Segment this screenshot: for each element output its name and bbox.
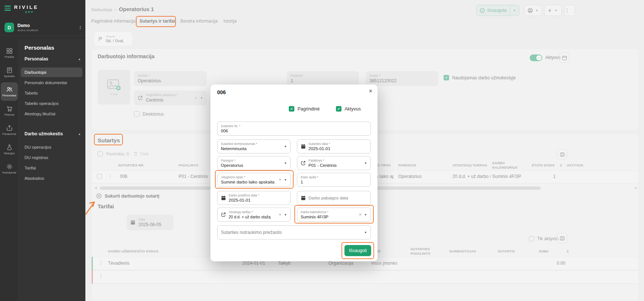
sidebar-item-atostogu-likuciai[interactable]: Atostogų likučiai <box>21 109 82 119</box>
chevron-down-icon[interactable]: ▼ <box>284 162 287 165</box>
rail-item-apskaita[interactable]: Apskaita <box>1 63 18 82</box>
cart-icon <box>6 106 13 112</box>
rail-item-pardavimai[interactable]: Pardavimai <box>1 121 18 139</box>
rail-item-atsargos[interactable]: Atsargos <box>1 140 18 159</box>
aktyvus-checkbox[interactable] <box>336 106 341 112</box>
modal-title: 006 <box>217 89 226 95</box>
chevron-up-icon: ▴ <box>79 132 80 136</box>
brand: RIVILE ERP <box>14 4 39 14</box>
terminuotumas-select[interactable]: Sutarties terminuotumas * Neterminuota ▼ <box>217 139 291 153</box>
modal-checkbox-row: Pagrindinė Aktyvus <box>210 106 361 112</box>
chevron-down-icon[interactable]: ▼ <box>284 145 287 148</box>
unfold-icon: ▴▾ <box>79 25 81 30</box>
clear-icon[interactable]: × <box>359 212 362 217</box>
clear-icon[interactable]: × <box>279 177 281 182</box>
external-link-icon <box>221 212 226 217</box>
user-switcher[interactable]: D Demo Aušra Juodienė ▴▾ <box>0 19 85 36</box>
box-out-icon <box>6 125 13 131</box>
darbo-pabaigos-data-field[interactable]: Darbo pabaigos data <box>297 191 371 205</box>
nutraukimo-priezastis-select[interactable]: Sutarties nutraukimo priežastis ▼ <box>217 225 371 239</box>
brand-sub: ERP <box>25 10 39 14</box>
aktyvus-checkbox-row[interactable]: Aktyvus <box>336 106 361 112</box>
sidebar-item-ataskaitos[interactable]: Ataskaitos <box>21 173 82 183</box>
chevron-down-icon[interactable]: ▼ <box>364 231 367 234</box>
grid-icon <box>6 48 13 54</box>
padalinys-select[interactable]: Padalinys * P01 - Centrinis ▼ <box>297 156 371 170</box>
etato-dydis-field[interactable]: Etato dydis * 1 <box>297 173 371 187</box>
nav-section-personalas[interactable]: Personalas ▴ <box>24 56 80 62</box>
nav-section-darbo-uzmokestis[interactable]: Darbo užmokestis ▴ <box>24 131 80 136</box>
clear-icon[interactable]: × <box>279 212 281 217</box>
atlyginimo-tipas-select[interactable]: Atlyginimo tipas * Suminė darbo laiko ap… <box>217 173 291 187</box>
sidebar-item-du-registras[interactable]: DU registras <box>21 153 82 162</box>
rail-item-pirkimai[interactable]: Pirkimai <box>1 102 18 120</box>
gear-icon <box>6 163 13 170</box>
sidebar-item-darbuotojai[interactable]: Darbuotojai <box>21 67 82 77</box>
rail-item-personalas[interactable]: Personalas <box>1 82 18 101</box>
close-icon[interactable]: × <box>369 88 372 95</box>
rail-item-pradzia[interactable]: Pradžia <box>1 44 18 62</box>
aktyvus-label: Aktyvus <box>344 106 361 112</box>
darbo-kalendorius-select[interactable]: Darbo kalendorius * Suminis 4F/3P × ▼ <box>297 208 371 222</box>
nav-title: Personalas <box>24 44 54 51</box>
pagrindine-label: Pagrindinė <box>297 106 320 112</box>
darbo-pradzios-data-field[interactable]: Darbo pradžios data * 2025-01-01 <box>217 191 291 205</box>
flask-icon <box>6 144 13 150</box>
contract-modal: 006 × Pagrindinė Aktyvus Sutarties Nr. *… <box>210 85 377 261</box>
user-subtitle: Aušra Juodienė <box>17 29 38 32</box>
chevron-down-icon[interactable]: ▼ <box>284 178 287 182</box>
app-window: RIVILE ERP D Demo Aušra Juodienė ▴▾ Prad… <box>0 0 644 301</box>
rail-item-nustatymai[interactable]: Nustatymai <box>1 159 18 178</box>
external-link-icon <box>301 161 306 166</box>
user-meta: Demo Aušra Juodienė <box>17 23 38 32</box>
sidebar: RIVILE ERP D Demo Aušra Juodienė ▴▾ Prad… <box>0 0 85 301</box>
people-icon <box>6 86 13 93</box>
avatar: D <box>4 23 14 32</box>
menu-icon[interactable] <box>4 4 11 12</box>
calendar-icon <box>301 144 306 149</box>
chevron-up-icon: ▴ <box>79 57 80 61</box>
chevron-down-icon[interactable]: ▼ <box>284 213 287 216</box>
ledger-icon <box>6 67 13 73</box>
pareigos-select[interactable]: Pareigos * Operatorius ▼ <box>217 156 291 170</box>
sidebar-item-du-operacijos[interactable]: DU operacijos <box>21 142 82 152</box>
calendar-icon <box>301 195 306 201</box>
chevron-down-icon[interactable]: ▼ <box>364 162 367 165</box>
sutarties-nr-field[interactable]: Sutarties Nr. * 006 <box>217 122 371 136</box>
sidebar-item-tabelio-operacijos[interactable]: Tabelio operacijos <box>21 99 82 108</box>
chevron-down-icon[interactable]: ▼ <box>364 213 367 216</box>
sidebar-item-personalo-dokumentai[interactable]: Personalo dokumentai <box>21 78 82 87</box>
logo-row: RIVILE ERP <box>4 4 39 14</box>
pagrindine-checkbox-row[interactable]: Pagrindinė <box>289 106 320 112</box>
sutarties-data-field[interactable]: Sutarties data * 2025-01-01 <box>297 139 371 153</box>
brand-logo: RIVILE <box>14 4 39 10</box>
atostogu-tarifas-select[interactable]: Atostogų tarifas * 20 d.d. + už darbo st… <box>217 208 291 222</box>
sidebar-item-tarifai[interactable]: Tarifai <box>21 163 82 173</box>
user-name: Demo <box>17 23 38 28</box>
sidebar-item-tabelis[interactable]: Tabelis <box>21 88 82 98</box>
calendar-icon <box>221 195 226 201</box>
pagrindine-checkbox[interactable] <box>289 106 294 112</box>
save-button[interactable]: Išsaugoti <box>344 245 371 256</box>
nav-panel: Personalas Personalas ▴ Darbuotojai Pers… <box>18 39 85 301</box>
